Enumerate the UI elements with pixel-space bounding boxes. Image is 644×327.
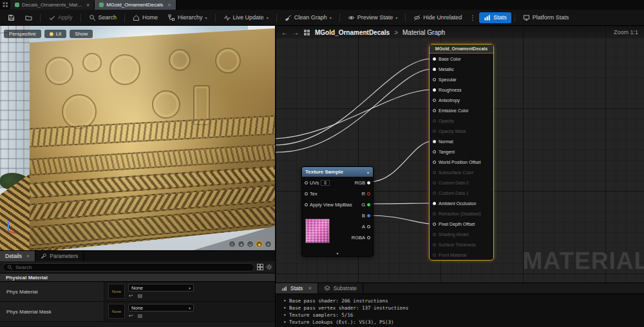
texture-input-uvs[interactable]: UVs0 [302, 177, 352, 188]
texture-input-apply-view-mipbias[interactable]: Apply View MipBias [302, 199, 352, 210]
preview-state-button[interactable]: Preview State ▾ [343, 12, 402, 23]
nav-back-button[interactable]: ← [281, 29, 288, 36]
breadcrumb-asset[interactable]: MGold_OrnamentDecals [315, 29, 390, 36]
material-node-title: MGold_OrnamentDecals [430, 45, 493, 54]
pin-icon [367, 192, 370, 195]
material-pin-normal[interactable]: Normal [430, 136, 493, 146]
texture-output-r[interactable]: R [352, 188, 373, 199]
asset-picker-dropdown[interactable]: None ▾ [128, 284, 194, 292]
pin-icon [433, 109, 436, 112]
asset-action-icons: ↩ ▤ [128, 313, 194, 319]
preview-shape-teapot-button[interactable]: ✦ [265, 241, 272, 248]
material-pin-world-position-offset[interactable]: World Position Offset [430, 157, 493, 167]
stats-button[interactable]: Stats [479, 12, 511, 23]
chevron-down-icon: ▾ [330, 15, 332, 20]
apply-button[interactable]: Apply [44, 12, 77, 23]
preview-viewport[interactable]: Perspective Lit Show ▯●▭■✦ [0, 26, 275, 250]
tab-close-button[interactable]: × [86, 2, 90, 8]
preview-shape-buttons: ▯●▭■✦ [229, 241, 272, 248]
material-pin-ambient-occlusion[interactable]: Ambient Occlusion [430, 198, 493, 208]
browse-to-asset-icon[interactable]: ▤ [138, 313, 143, 319]
tab-stats[interactable]: Stats × [276, 283, 318, 293]
monitor-icon [523, 14, 530, 21]
details-search-box[interactable] [3, 263, 254, 272]
pin-icon [433, 223, 436, 226]
texture-output-b[interactable]: B [352, 210, 373, 221]
preview-shape-cylinder-button[interactable]: ▯ [229, 241, 236, 248]
show-dropdown[interactable]: Show [70, 30, 93, 38]
material-pin-base-color[interactable]: Base Color [430, 54, 493, 64]
expand-chevron-icon[interactable]: ▼ [336, 252, 339, 255]
settings-gear-icon[interactable] [266, 264, 272, 270]
tab-details[interactable]: Details × [0, 251, 35, 261]
use-selected-icon[interactable]: ↩ [129, 313, 133, 319]
material-graph-canvas[interactable]: MATERIAL ← → MGold_OrnamentDecals > Mate… [275, 26, 644, 282]
texture-output-rgba[interactable]: RGBA [352, 232, 373, 243]
texture-output-rgb[interactable]: RGB [352, 177, 373, 188]
window-tab-mgold-ornamentdecals[interactable]: MGold_OrnamentDecals × [95, 0, 176, 10]
pin-label: RGBA [352, 235, 365, 241]
save-button[interactable] [3, 12, 19, 23]
details-search-input[interactable] [15, 264, 250, 270]
preview-shape-cube-button[interactable]: ■ [256, 241, 263, 248]
search-icon [7, 264, 13, 270]
material-result-node[interactable]: MGold_OrnamentDecals Base ColorMetallicS… [429, 44, 494, 261]
property-value: None None ▾ ↩ ▤ [104, 282, 275, 301]
tab-parameters[interactable]: Parameters [35, 251, 84, 261]
toolbar-separator [80, 14, 81, 22]
preview-shape-plane-button[interactable]: ▭ [247, 241, 254, 248]
tab-close-button[interactable]: × [167, 2, 171, 8]
texture-sample-node[interactable]: Texture Sample ▲ UVs0TexApply View MipBi… [301, 166, 374, 257]
texture-preview-thumbnail[interactable] [305, 219, 330, 243]
browse-to-asset-icon[interactable]: ▤ [138, 293, 143, 299]
search-button[interactable]: Search [84, 12, 122, 23]
perspective-dropdown[interactable]: Perspective [4, 30, 41, 38]
section-header-physical-material[interactable]: Physical Material [0, 273, 275, 282]
material-pin-pixel-depth-offset[interactable]: Pixel Depth Offset [430, 219, 493, 229]
asset-picker-dropdown[interactable]: None ▾ [128, 304, 194, 312]
collapse-chevron-icon[interactable]: ▲ [366, 170, 370, 174]
view-options-icon[interactable] [257, 264, 263, 270]
preview-shape-sphere-button[interactable]: ● [238, 241, 245, 248]
use-selected-icon[interactable]: ↩ [129, 293, 133, 299]
asset-thumbnail[interactable]: None [108, 284, 125, 299]
eye-icon [348, 14, 355, 21]
tab-close-button[interactable]: × [26, 253, 30, 259]
nav-forward-button[interactable]: → [292, 29, 299, 36]
toolbar-separator [215, 14, 216, 22]
live-update-button[interactable]: Live Update ▾ [219, 12, 273, 23]
pin-icon [433, 202, 436, 205]
material-pin-anisotropy[interactable]: Anisotropy [430, 95, 493, 105]
chevron-down-icon: ▾ [189, 286, 191, 290]
tab-close-button[interactable]: × [308, 285, 311, 292]
window-tab-decals-ornaments[interactable]: Decals_Ornaments_Mat... × [10, 0, 95, 10]
texture-output-a[interactable]: A [352, 221, 373, 232]
graph-header: ← → MGold_OrnamentDecals > Material Grap… [276, 26, 644, 39]
texture-input-tex[interactable]: Tex [302, 188, 352, 199]
home-button[interactable]: Home [128, 12, 162, 23]
material-pin-specular[interactable]: Specular [430, 74, 493, 84]
asset-thumbnail[interactable]: None [108, 304, 125, 319]
overflow-menu-icon[interactable]: ⋮ [468, 14, 478, 21]
pin-icon [433, 212, 436, 215]
layers-icon [324, 285, 330, 292]
material-pin-metallic[interactable]: Metallic [430, 64, 493, 74]
browse-asset-button[interactable] [21, 12, 37, 23]
lit-mode-dropdown[interactable]: Lit [44, 30, 66, 38]
hide-unrelated-button[interactable]: Hide Unrelated [409, 12, 466, 23]
property-label: Phys Material [0, 282, 104, 301]
value-input[interactable]: 0 [321, 180, 330, 186]
material-pin-tangent[interactable]: Tangent [430, 146, 493, 157]
toolbar-separator [40, 14, 41, 22]
pin-icon [433, 130, 436, 133]
hierarchy-button[interactable]: Hierarchy ▾ [164, 12, 212, 23]
details-tab-bar: Details × Parameters [0, 251, 275, 261]
app-menu-icon[interactable] [0, 0, 10, 10]
material-pin-emissive-color[interactable]: Emissive Color [430, 105, 493, 115]
texture-output-g[interactable]: G [352, 199, 373, 210]
platform-stats-button[interactable]: Platform Stats [518, 12, 574, 23]
breadcrumb-page[interactable]: Material Graph [402, 29, 445, 36]
clean-graph-button[interactable]: Clean Graph ▾ [280, 12, 336, 23]
material-pin-roughness[interactable]: Roughness [430, 84, 493, 95]
tab-substrate[interactable]: Substrate [318, 283, 363, 293]
